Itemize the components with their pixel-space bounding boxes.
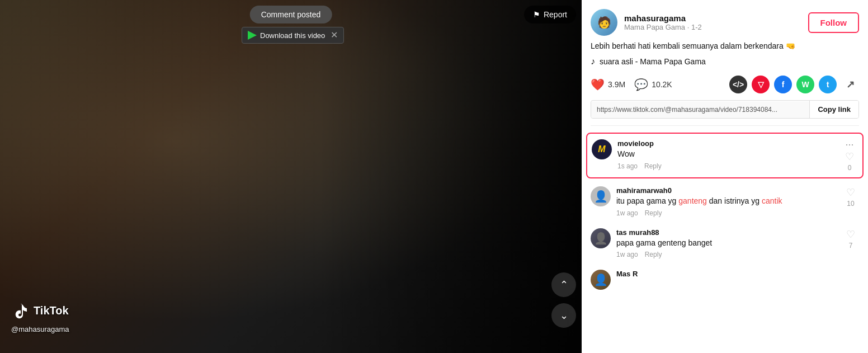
comment-actions: ♡ 10 xyxy=(842,186,859,217)
comment-item: 👤 tas murah88 papa gama genteng banget 1… xyxy=(586,223,864,265)
music-note-icon: ♪ xyxy=(591,57,595,67)
comment-time: 1w ago xyxy=(616,209,638,217)
right-panel: 🧑 mahasuragama Mama Papa Gama · 1-2 Foll… xyxy=(582,0,868,353)
comment-avatar: 👤 xyxy=(591,186,611,206)
copy-link-button[interactable]: Copy link xyxy=(809,101,858,118)
comment-time: 1s ago xyxy=(617,162,638,170)
music-name: suara asli - Mama Papa Gama xyxy=(600,57,706,66)
video-dark-overlay xyxy=(320,0,582,353)
download-bar: Download this video ✕ xyxy=(242,27,344,44)
comment-meta: 1w ago Reply xyxy=(616,251,837,258)
creator-name: mahasuragama xyxy=(624,13,801,23)
video-panel: Comment posted ⚑ Report Download this vi… xyxy=(0,0,582,353)
tiktok-logo-icon xyxy=(11,302,29,319)
comment-like-icon[interactable]: ♡ xyxy=(845,150,854,163)
play-icon xyxy=(248,31,257,40)
comment-body: Mas R xyxy=(616,270,859,290)
comment-meta: 1w ago Reply xyxy=(616,209,837,217)
comment-item: M movieloop Wow 1s ago Reply ··· ♡ 0 xyxy=(586,133,864,178)
comment-reply-button[interactable]: Reply xyxy=(645,251,662,258)
comment-text: papa gama genteng banget xyxy=(616,238,837,249)
movieloop-letter: M xyxy=(598,144,605,154)
download-label[interactable]: Download this video xyxy=(260,31,325,40)
comment-more-button[interactable]: ··· xyxy=(845,139,853,149)
likes-count: 3.9M xyxy=(608,80,625,89)
comment-avatar: M xyxy=(592,139,612,159)
comment-like-count: 10 xyxy=(847,200,854,208)
avatar-icon: 👤 xyxy=(594,190,608,203)
comment-item: 👤 mahiramarwah0 itu papa gama yg ganteng… xyxy=(586,181,864,223)
tiktok-handle: @mahasuragama xyxy=(11,325,69,333)
divider xyxy=(591,125,859,126)
video-description: Lebih berhati hati kembali semuanya dala… xyxy=(582,40,868,57)
download-close-button[interactable]: ✕ xyxy=(331,31,338,40)
comment-reply-button[interactable]: Reply xyxy=(644,162,662,170)
twitter-share-icon[interactable]: t xyxy=(819,76,837,93)
comment-username: Mas R xyxy=(616,270,859,278)
share-icons-row: </> ▽ f W t ↗ xyxy=(729,76,859,93)
report-label: Report xyxy=(544,10,567,19)
comment-item: 👤 Mas R xyxy=(586,264,864,295)
comments-stat: 💬 10.2K xyxy=(634,78,672,91)
comment-avatar: 👤 xyxy=(591,270,611,290)
comment-text: Wow xyxy=(617,149,836,160)
heart-icon: ❤️ xyxy=(591,78,605,91)
comments-count: 10.2K xyxy=(652,80,672,89)
comment-body: movieloop Wow 1s ago Reply xyxy=(617,139,836,172)
nav-down-button[interactable]: ⌄ xyxy=(551,303,576,328)
comment-body: tas murah88 papa gama genteng banget 1w … xyxy=(616,228,837,259)
toast-text: Comment posted xyxy=(261,10,321,19)
colored-text: ganteng xyxy=(678,196,707,205)
share-more-icon[interactable]: ↗ xyxy=(841,76,859,93)
nav-up-button[interactable]: ⌃ xyxy=(551,272,576,297)
stats-row: ❤️ 3.9M 💬 10.2K </> ▽ f W t ↗ xyxy=(582,73,868,100)
comment-bubble-icon: 💬 xyxy=(634,78,648,91)
video-background xyxy=(0,0,582,353)
avatar-icon: 👤 xyxy=(594,273,608,286)
link-row: https://www.tiktok.com/@mahasuragama/vid… xyxy=(591,100,859,119)
comment-avatar: 👤 xyxy=(591,228,611,248)
tiktok-text: TikTok xyxy=(34,304,69,317)
likes-stat: ❤️ 3.9M xyxy=(591,78,625,91)
comment-text: itu papa gama yg ganteng dan istrinya yg… xyxy=(616,196,837,207)
comment-like-icon[interactable]: ♡ xyxy=(846,186,855,199)
comment-meta: 1s ago Reply xyxy=(617,162,836,170)
comment-posted-toast: Comment posted xyxy=(250,6,332,23)
avatar-icon: 👤 xyxy=(594,232,608,245)
creator-subtitle: Mama Papa Gama · 1-2 xyxy=(624,23,801,31)
video-link: https://www.tiktok.com/@mahasuragama/vid… xyxy=(591,101,809,118)
comment-actions: ··· ♡ 0 xyxy=(841,139,858,172)
tiktok-watermark: TikTok xyxy=(11,302,69,319)
comment-username: mahiramarwah0 xyxy=(616,186,837,195)
comment-like-count: 7 xyxy=(849,242,853,250)
comment-time: 1w ago xyxy=(616,251,638,258)
comment-like-count: 0 xyxy=(848,164,852,172)
flag-icon: ⚑ xyxy=(533,10,540,19)
comment-reply-button[interactable]: Reply xyxy=(645,209,662,217)
report-button[interactable]: ⚑ Report xyxy=(524,6,576,23)
comments-section[interactable]: M movieloop Wow 1s ago Reply ··· ♡ 0 👤 xyxy=(582,130,868,353)
follow-button[interactable]: Follow xyxy=(808,12,860,33)
embed-icon[interactable]: </> xyxy=(729,76,747,93)
comment-username: movieloop xyxy=(617,139,836,148)
colored-text: cantik xyxy=(762,196,782,205)
share-red-icon[interactable]: ▽ xyxy=(752,76,770,93)
comment-actions: ♡ 7 xyxy=(842,228,859,259)
creator-info: mahasuragama Mama Papa Gama · 1-2 xyxy=(624,13,801,31)
music-row: ♪ suara asli - Mama Papa Gama xyxy=(582,57,868,73)
comment-body: mahiramarwah0 itu papa gama yg ganteng d… xyxy=(616,186,837,217)
facebook-share-icon[interactable]: f xyxy=(774,76,792,93)
comment-username: tas murah88 xyxy=(616,228,837,237)
creator-avatar: 🧑 xyxy=(591,9,617,36)
comment-like-icon[interactable]: ♡ xyxy=(846,228,855,241)
creator-header: 🧑 mahasuragama Mama Papa Gama · 1-2 Foll… xyxy=(582,0,868,40)
whatsapp-share-icon[interactable]: W xyxy=(796,76,814,93)
